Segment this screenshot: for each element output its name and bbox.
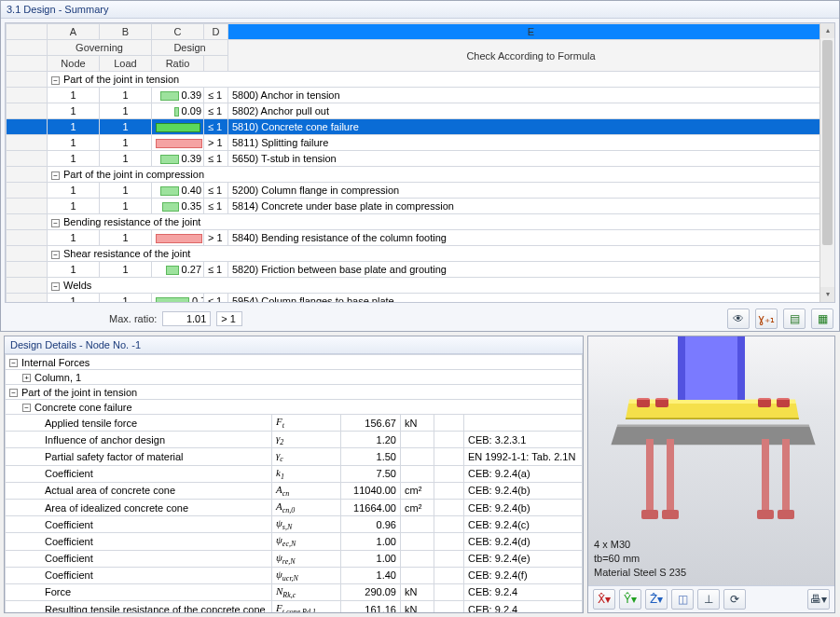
col-letter-B[interactable]: B <box>100 24 152 40</box>
axis-y-button[interactable]: Ŷ▾ <box>619 589 641 610</box>
filter-button[interactable]: ɣ₊₁ <box>755 308 778 329</box>
grid-scrollbar[interactable]: ▴ ▾ <box>819 23 834 302</box>
max-ratio-label: Max. ratio: <box>109 313 157 324</box>
details-row[interactable]: Area of idealized concrete cone Acn,0 11… <box>6 499 583 515</box>
details-tree-row[interactable]: −Concrete cone failure <box>6 400 583 415</box>
col-letter-C[interactable]: C <box>152 24 204 40</box>
table-row[interactable]: 1 1 0.35 ≤ 1 5814) Concrete under base p… <box>7 199 834 214</box>
collapse-icon[interactable]: − <box>51 282 60 291</box>
table-row[interactable]: 1 1 0.40 ≤ 1 5200) Column flange in comp… <box>7 183 834 199</box>
viewer-info-line: tb=60 mm <box>594 552 686 566</box>
column <box>678 336 745 400</box>
col-letter-A[interactable]: A <box>48 24 100 40</box>
table-row[interactable]: 1 1 0.71 ≤ 1 5954) Column flanges to bas… <box>7 294 834 304</box>
axis-z-button[interactable]: Ẑ▾ <box>645 589 668 610</box>
details-row[interactable]: Influence of anchor design γ2 1.20 CEB: … <box>6 432 583 448</box>
table-row[interactable]: 1 1 1.01 > 1 5840) Bending resistance of… <box>7 230 834 246</box>
table-row[interactable]: 1 1 0.39 ≤ 1 5650) T-stub in tension <box>7 151 834 167</box>
viewer-toolbar: X̂▾ Ŷ▾ Ẑ▾ ◫ ⊥ ⟳ 🖶▾ <box>588 585 834 612</box>
viewer-info-line: Material Steel S 235 <box>594 566 686 580</box>
bolt-head <box>777 398 790 407</box>
anchor-rod <box>762 439 769 514</box>
header-op <box>204 56 228 72</box>
tree-toggle-icon[interactable]: − <box>9 389 18 397</box>
viewer-canvas[interactable]: 4 x M30 tb=60 mm Material Steel S 235 <box>588 336 834 585</box>
axis-x-button[interactable]: X̂▾ <box>593 589 615 610</box>
collapse-icon[interactable]: − <box>51 76 60 85</box>
details-tree-row[interactable]: +Column, 1 <box>6 370 583 385</box>
collapse-icon[interactable]: − <box>51 251 60 259</box>
details-row[interactable]: Resulting tensile resistance of the conc… <box>6 601 583 612</box>
end-plate <box>626 400 799 419</box>
max-ratio-op: > 1 <box>216 311 242 326</box>
anchor-rod <box>667 439 674 514</box>
anchor-rod <box>646 439 654 514</box>
3d-view-button[interactable]: ◫ <box>671 589 694 610</box>
header-node: Node <box>48 56 100 72</box>
max-ratio-bar: Max. ratio: 1.01 > 1 👁 ɣ₊₁ ▤ ▦ <box>1 307 839 331</box>
details-row[interactable]: Actual area of concrete cone Acn 11040.0… <box>6 482 583 499</box>
scroll-down-icon[interactable]: ▾ <box>820 287 834 302</box>
viewer-info-line: 4 x M30 <box>594 538 686 552</box>
table-row[interactable]: 1 1 0.27 ≤ 1 5820) Friction between base… <box>7 262 834 278</box>
print-button[interactable]: 🖶▾ <box>807 589 830 610</box>
scroll-thumb[interactable] <box>822 40 833 245</box>
summary-grid[interactable]: A B C D E Governing Design Check Accordi… <box>5 22 835 303</box>
details-tree-row[interactable]: −Internal Forces <box>6 355 583 370</box>
bolt-head <box>758 398 771 407</box>
table-row[interactable]: 1 1 0.09 ≤ 1 5802) Anchor pull out <box>7 103 834 119</box>
table-row[interactable]: 1 1 1.01 > 1 5811) Splitting failure <box>7 135 834 151</box>
refresh-button[interactable]: ⟳ <box>723 589 746 610</box>
tree-toggle-icon[interactable]: + <box>22 374 31 382</box>
panel-title: 3.1 Design - Summary <box>1 1 839 19</box>
table-row[interactable]: 1 1 0.97 ≤ 1 5810) Concrete cone failure <box>7 119 834 135</box>
perpendicular-button[interactable]: ⊥ <box>697 589 720 610</box>
corner-header <box>7 24 48 40</box>
max-ratio-value: 1.01 <box>162 311 211 326</box>
bolt-head <box>655 398 668 407</box>
design-details-panel: Design Details - Node No. -1 −Internal F… <box>4 336 584 613</box>
tree-toggle-icon[interactable]: − <box>9 359 18 367</box>
details-row[interactable]: Coefficient ψre,N 1.00 CEB: 9.2.4(e) <box>6 550 583 567</box>
group-row[interactable]: −Part of the joint in compression <box>48 167 834 183</box>
details-tree-row[interactable]: −Part of the joint in tension <box>6 385 583 400</box>
details-row[interactable]: Coefficient k1 7.50 CEB: 9.2.4(a) <box>6 465 583 482</box>
design-summary-panel: 3.1 Design - Summary A B C D E Governing… <box>0 0 840 332</box>
header-design: Design <box>152 40 228 56</box>
tree-toggle-icon[interactable]: − <box>22 404 31 412</box>
anchor-rod <box>782 439 790 514</box>
details-toggle-button[interactable]: ▤ <box>783 308 806 329</box>
table-row[interactable]: 1 1 0.39 ≤ 1 5800) Anchor in tension <box>7 88 834 103</box>
collapse-icon[interactable]: − <box>51 219 60 227</box>
details-row[interactable]: Coefficient ψs,N 0.96 CEB: 9.2.4(c) <box>6 516 583 533</box>
details-title: Design Details - Node No. -1 <box>5 336 583 354</box>
header-governing: Governing <box>48 40 152 56</box>
viewer-panel: 4 x M30 tb=60 mm Material Steel S 235 X̂… <box>587 336 835 613</box>
header-check: Check According to Formula <box>228 40 834 72</box>
group-row[interactable]: −Bending resistance of the joint <box>48 214 834 230</box>
viewer-info: 4 x M30 tb=60 mm Material Steel S 235 <box>594 538 686 580</box>
col-letter-E[interactable]: E <box>228 24 834 40</box>
bolt-head <box>637 398 650 407</box>
details-row[interactable]: Coefficient ψec,N 1.00 CEB: 9.2.4(d) <box>6 533 583 550</box>
scroll-up-icon[interactable]: ▴ <box>820 23 834 38</box>
header-ratio: Ratio <box>152 56 204 72</box>
group-row[interactable]: −Welds <box>48 278 834 294</box>
group-row[interactable]: −Shear resistance of the joint <box>48 246 834 262</box>
view-eye-button[interactable]: 👁 <box>727 308 750 329</box>
details-row[interactable]: Partial safety factor of material γc 1.5… <box>6 448 583 465</box>
col-letter-D[interactable]: D <box>204 24 228 40</box>
details-row[interactable]: Coefficient ψucr,N 1.40 CEB: 9.2.4(f) <box>6 567 583 583</box>
group-row[interactable]: −Part of the joint in tension <box>48 72 834 88</box>
details-row[interactable]: Applied tensile force Ft 156.67 kN <box>6 415 583 432</box>
collapse-icon[interactable]: − <box>51 171 60 180</box>
details-row[interactable]: Force NRk,c 290.09 kN CEB: 9.2.4 <box>6 583 583 600</box>
header-load: Load <box>100 56 152 72</box>
export-excel-button[interactable]: ▦ <box>811 308 833 329</box>
